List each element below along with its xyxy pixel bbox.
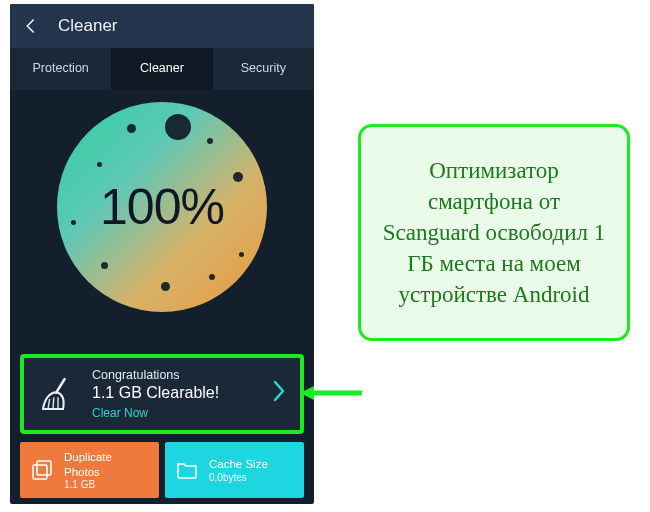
annotation-callout: Оптимизатор смартфона от Scanguard освоб… [358, 124, 630, 341]
speck-icon [165, 114, 191, 140]
tile-duplicate-photos[interactable]: Duplicate Photos 1.1 GB [20, 442, 159, 498]
bottom-tiles: Duplicate Photos 1.1 GB Cache Size 0.0by… [20, 442, 304, 498]
phone-frame: Cleaner Protection Cleaner Security 100% [10, 4, 314, 504]
result-amount: 1.1 GB Clearable! [92, 383, 272, 404]
svg-line-2 [53, 397, 54, 409]
cleaner-dial-area: 100% [10, 90, 314, 356]
svg-marker-7 [300, 386, 314, 400]
tile-label: Cache Size [209, 457, 268, 471]
back-icon[interactable] [22, 17, 40, 35]
svg-rect-4 [33, 465, 47, 479]
speck-icon [239, 252, 244, 257]
chevron-right-icon[interactable] [272, 380, 286, 408]
speck-icon [127, 124, 136, 133]
svg-line-0 [56, 379, 64, 392]
clearable-result-card[interactable]: Congratulations 1.1 GB Clearable! Clear … [20, 354, 304, 434]
svg-rect-5 [37, 461, 51, 475]
clear-now-link[interactable]: Clear Now [92, 406, 272, 422]
tile-label: Duplicate Photos [64, 450, 149, 479]
speck-icon [207, 138, 213, 144]
speck-icon [101, 262, 108, 269]
tab-security[interactable]: Security [213, 48, 314, 90]
tab-cleaner[interactable]: Cleaner [111, 48, 212, 90]
tile-value: 1.1 GB [64, 479, 149, 490]
broom-icon [38, 374, 78, 414]
progress-dial: 100% [57, 102, 267, 312]
duplicate-photos-icon [30, 458, 54, 482]
svg-line-1 [48, 399, 50, 409]
cache-folder-icon [175, 458, 199, 482]
speck-icon [97, 162, 102, 167]
speck-icon [233, 172, 243, 182]
tab-bar: Protection Cleaner Security [10, 48, 314, 90]
tile-value: 0.0bytes [209, 472, 268, 483]
app-title: Cleaner [58, 16, 118, 36]
result-congrats: Congratulations [92, 367, 272, 383]
result-text: Congratulations 1.1 GB Clearable! Clear … [92, 367, 272, 422]
app-bar: Cleaner [10, 4, 314, 48]
speck-icon [209, 274, 215, 280]
speck-icon [71, 220, 76, 225]
tab-protection[interactable]: Protection [10, 48, 111, 90]
speck-icon [161, 282, 170, 291]
progress-percent: 100% [100, 178, 224, 236]
annotation-arrow-icon [300, 384, 364, 402]
tile-cache-size[interactable]: Cache Size 0.0bytes [165, 442, 304, 498]
